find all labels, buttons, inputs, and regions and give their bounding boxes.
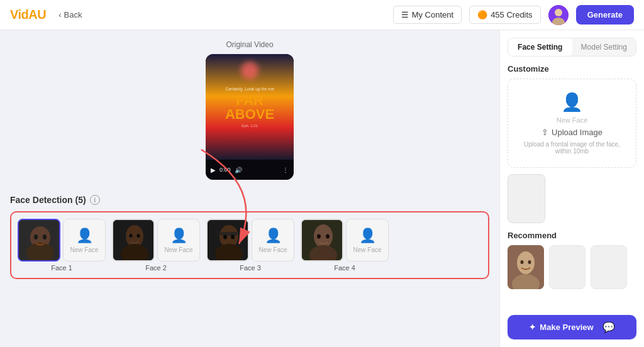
info-icon[interactable]: i bbox=[90, 195, 100, 205]
generate-label: Generate bbox=[587, 10, 623, 19]
recommend-img-3[interactable] bbox=[591, 245, 627, 289]
face-label-3: Face 3 bbox=[240, 264, 261, 272]
face-group-3: 👤 New Face Face 3 bbox=[206, 219, 294, 272]
video-text-overlay: Certainly, Look up for me FAR ABOVE Eph.… bbox=[220, 82, 279, 133]
face-pair-3: 👤 New Face bbox=[206, 219, 294, 262]
upload-cloud-icon: ⇧ bbox=[541, 128, 548, 137]
video-section: Original Video Certainly, Look up for me… bbox=[10, 40, 489, 180]
volume-button[interactable]: 🔊 bbox=[235, 167, 242, 174]
svg-rect-17 bbox=[220, 232, 238, 236]
svg-point-26 bbox=[517, 251, 535, 274]
upload-icon-row: ⇧ Upload Image bbox=[541, 128, 602, 137]
svg-point-8 bbox=[43, 234, 47, 240]
upload-image-label: Upload Image bbox=[552, 128, 602, 137]
face-label-1: Face 1 bbox=[51, 264, 72, 272]
svg-point-18 bbox=[223, 235, 227, 240]
face-3-new-placeholder[interactable]: 👤 New Face bbox=[252, 219, 294, 262]
face-2-svg bbox=[113, 220, 155, 262]
new-face-label-4: New Face bbox=[353, 246, 381, 253]
face-pair-2: 👤 New Face bbox=[112, 219, 200, 262]
play-button[interactable]: ▶ bbox=[211, 167, 216, 174]
person-icon-1: 👤 bbox=[76, 228, 93, 244]
face-pair-1: 👤 New Face bbox=[18, 219, 106, 262]
video-thumbnail: Certainly, Look up for me FAR ABOVE Eph.… bbox=[206, 54, 294, 160]
coin-icon: 🟠 bbox=[477, 10, 487, 19]
face-detection-title: Face Detection (5) bbox=[10, 195, 86, 205]
avatar[interactable] bbox=[548, 5, 569, 25]
video-title-above: ABOVE bbox=[225, 107, 274, 121]
logo-au: AU bbox=[28, 8, 46, 21]
right-panel: Face Setting Model Setting Customize 👤 N… bbox=[499, 30, 644, 347]
logo-vid: Vid bbox=[10, 8, 28, 21]
face-pair-4: 👤 New Face bbox=[301, 219, 389, 262]
person-icon-3: 👤 bbox=[265, 228, 282, 244]
face-4-new-placeholder[interactable]: 👤 New Face bbox=[346, 219, 389, 262]
left-panel: Original Video Certainly, Look up for me… bbox=[0, 30, 499, 347]
my-content-icon: ☰ bbox=[401, 10, 409, 19]
my-content-label: My Content bbox=[412, 10, 453, 19]
upload-area[interactable]: 👤 New Face ⇧ Upload Image Upload a front… bbox=[508, 79, 636, 168]
upload-person-icon: 👤 bbox=[561, 92, 583, 113]
logo: VidAU bbox=[10, 8, 46, 22]
video-container: Certainly, Look up for me FAR ABOVE Eph.… bbox=[206, 54, 294, 180]
credits-label: 455 Credits bbox=[491, 10, 532, 19]
recommend-img-1[interactable] bbox=[508, 245, 544, 289]
face-1-svg bbox=[19, 220, 60, 262]
face-setting-tab[interactable]: Face Setting bbox=[508, 38, 572, 56]
svg-point-12 bbox=[130, 234, 133, 238]
video-label: Original Video bbox=[226, 40, 273, 49]
face-2-image[interactable] bbox=[112, 219, 155, 262]
face-4-svg bbox=[302, 220, 343, 262]
new-face-label-3: New Face bbox=[258, 246, 287, 253]
svg-point-23 bbox=[317, 234, 321, 239]
recommend-img-2[interactable] bbox=[549, 245, 586, 289]
setting-tabs: Face Setting Model Setting bbox=[508, 38, 636, 57]
face-2-new-placeholder[interactable]: 👤 New Face bbox=[157, 219, 200, 262]
video-controls: ▶ 0:00 🔊 ⋮ bbox=[206, 160, 294, 180]
face-4-image[interactable] bbox=[301, 219, 343, 262]
face-3-image[interactable] bbox=[206, 219, 249, 262]
upload-hint: Upload a frontal image of the face, with… bbox=[516, 141, 628, 155]
face-blur-overlay bbox=[241, 62, 258, 79]
recommend-row bbox=[508, 245, 636, 289]
face-label-2: Face 2 bbox=[145, 264, 167, 272]
header-right: ☰ My Content 🟠 455 Credits Generate bbox=[393, 5, 634, 25]
svg-point-21 bbox=[314, 224, 333, 248]
new-face-label-2: New Face bbox=[164, 246, 192, 253]
my-content-button[interactable]: ☰ My Content bbox=[393, 6, 462, 24]
svg-point-19 bbox=[231, 235, 235, 240]
face-group-4: 👤 New Face Face 4 bbox=[301, 219, 389, 272]
model-setting-tab[interactable]: Model Setting bbox=[572, 38, 636, 56]
face-1-new-placeholder[interactable]: 👤 New Face bbox=[63, 219, 106, 262]
avatar-image bbox=[548, 5, 569, 25]
header: VidAU ‹ Back ☰ My Content 🟠 455 Credits … bbox=[0, 0, 644, 30]
recommend-section: Recommend bbox=[508, 231, 636, 289]
new-face-label-1: New Face bbox=[70, 246, 98, 253]
new-face-text: New Face bbox=[557, 116, 588, 124]
credits-button[interactable]: 🟠 455 Credits bbox=[469, 6, 540, 24]
make-preview-icon: ✦ bbox=[529, 322, 536, 332]
main-content: Original Video Certainly, Look up for me… bbox=[0, 30, 644, 347]
time-display: 0:00 bbox=[219, 167, 231, 173]
back-button[interactable]: ‹ Back bbox=[53, 8, 87, 22]
make-preview-button[interactable]: ✦ ✦ Make Preview Make Preview 💬 bbox=[508, 315, 636, 339]
face-1-image[interactable] bbox=[18, 219, 60, 262]
face-3-svg bbox=[208, 220, 249, 262]
recommend-face-1 bbox=[508, 245, 544, 289]
person-icon-4: 👤 bbox=[359, 228, 376, 244]
customize-title: Customize bbox=[508, 64, 636, 74]
face-detection-header: Face Detection (5) i bbox=[10, 195, 489, 205]
video-title-far: FAR bbox=[225, 94, 274, 107]
face-group-2: 👤 New Face Face 2 bbox=[112, 219, 200, 272]
preview-box bbox=[508, 174, 545, 223]
svg-point-24 bbox=[326, 234, 330, 239]
chat-icon: 💬 bbox=[602, 321, 615, 333]
svg-point-7 bbox=[34, 234, 38, 240]
back-chevron-icon: ‹ bbox=[58, 10, 61, 19]
generate-button[interactable]: Generate bbox=[576, 5, 634, 25]
more-button[interactable]: ⋮ bbox=[282, 167, 289, 174]
video-subtitle: Certainly, Look up for me bbox=[225, 87, 274, 91]
svg-point-29 bbox=[528, 260, 531, 264]
face-group-1: 👤 New Face Face 1 bbox=[18, 219, 106, 272]
person-icon-2: 👤 bbox=[170, 228, 187, 244]
